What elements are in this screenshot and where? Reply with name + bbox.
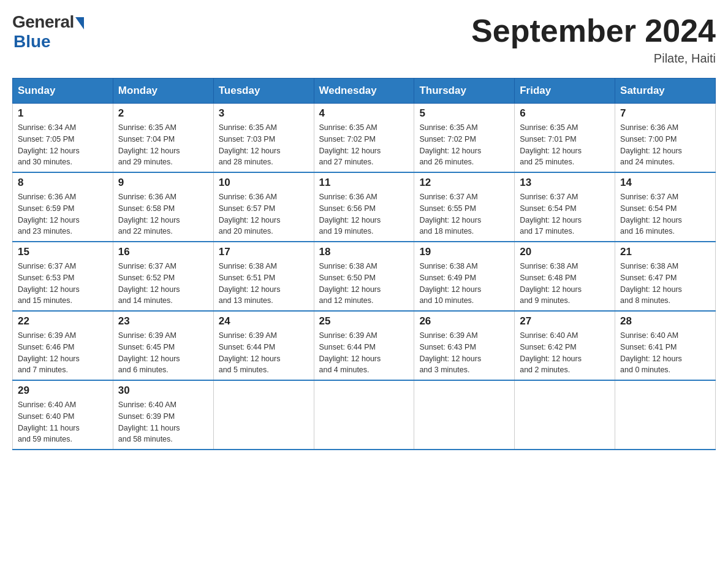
page-header: General Blue September 2024 Pilate, Hait… (12, 12, 716, 66)
day-info: Sunrise: 6:40 AMSunset: 6:42 PMDaylight:… (520, 330, 610, 376)
day-number: 15 (18, 246, 108, 258)
day-info: Sunrise: 6:39 AMSunset: 6:44 PMDaylight:… (319, 330, 409, 376)
day-number: 18 (319, 246, 409, 258)
empty-cell (414, 380, 515, 450)
calendar-day-cell: 6Sunrise: 6:35 AMSunset: 7:01 PMDaylight… (515, 104, 615, 173)
calendar-day-cell: 29Sunrise: 6:40 AMSunset: 6:40 PMDayligh… (13, 380, 113, 450)
weekday-header-sunday: Sunday (13, 79, 113, 104)
calendar-day-cell: 3Sunrise: 6:35 AMSunset: 7:03 PMDaylight… (213, 104, 314, 173)
day-number: 1 (18, 107, 108, 120)
location-text: Pilate, Haiti (471, 52, 716, 66)
day-info: Sunrise: 6:35 AMSunset: 7:04 PMDaylight:… (118, 122, 208, 168)
day-number: 7 (620, 107, 710, 120)
calendar-week-row: 8Sunrise: 6:36 AMSunset: 6:59 PMDaylight… (13, 172, 716, 242)
weekday-header-thursday: Thursday (414, 79, 515, 104)
calendar-day-cell: 24Sunrise: 6:39 AMSunset: 6:44 PMDayligh… (213, 311, 314, 380)
calendar-day-cell: 22Sunrise: 6:39 AMSunset: 6:46 PMDayligh… (13, 311, 113, 380)
day-info: Sunrise: 6:38 AMSunset: 6:51 PMDaylight:… (219, 261, 309, 307)
day-info: Sunrise: 6:38 AMSunset: 6:49 PMDaylight:… (419, 261, 509, 307)
day-number: 30 (118, 385, 208, 397)
logo-arrow-icon (75, 17, 84, 29)
empty-cell (314, 380, 414, 450)
day-number: 13 (520, 177, 610, 189)
calendar-day-cell: 11Sunrise: 6:36 AMSunset: 6:56 PMDayligh… (314, 172, 414, 242)
day-number: 8 (18, 177, 108, 189)
day-number: 17 (219, 246, 309, 258)
day-info: Sunrise: 6:40 AMSunset: 6:41 PMDaylight:… (620, 330, 710, 376)
day-info: Sunrise: 6:40 AMSunset: 6:40 PMDaylight:… (18, 399, 108, 445)
weekday-header-wednesday: Wednesday (314, 79, 414, 104)
empty-cell (615, 380, 716, 450)
calendar-day-cell: 13Sunrise: 6:37 AMSunset: 6:54 PMDayligh… (515, 172, 615, 242)
day-number: 25 (319, 315, 409, 327)
calendar-table: SundayMondayTuesdayWednesdayThursdayFrid… (12, 78, 716, 450)
calendar-day-cell: 8Sunrise: 6:36 AMSunset: 6:59 PMDaylight… (13, 172, 113, 242)
calendar-day-cell: 1Sunrise: 6:34 AMSunset: 7:05 PMDaylight… (13, 104, 113, 173)
day-number: 2 (118, 107, 208, 120)
day-info: Sunrise: 6:35 AMSunset: 7:01 PMDaylight:… (520, 122, 610, 168)
day-number: 19 (419, 246, 509, 258)
day-number: 5 (419, 107, 509, 120)
day-info: Sunrise: 6:36 AMSunset: 6:56 PMDaylight:… (319, 191, 409, 237)
day-number: 3 (219, 107, 309, 120)
day-number: 11 (319, 177, 409, 189)
calendar-header-row: SundayMondayTuesdayWednesdayThursdayFrid… (13, 79, 716, 104)
day-info: Sunrise: 6:38 AMSunset: 6:48 PMDaylight:… (520, 261, 610, 307)
day-info: Sunrise: 6:37 AMSunset: 6:54 PMDaylight:… (620, 191, 710, 237)
empty-cell (515, 380, 615, 450)
calendar-day-cell: 9Sunrise: 6:36 AMSunset: 6:58 PMDaylight… (113, 172, 213, 242)
day-info: Sunrise: 6:35 AMSunset: 7:02 PMDaylight:… (419, 122, 509, 168)
weekday-header-saturday: Saturday (615, 79, 716, 104)
day-info: Sunrise: 6:36 AMSunset: 6:57 PMDaylight:… (219, 191, 309, 237)
day-number: 24 (219, 315, 309, 327)
day-info: Sunrise: 6:39 AMSunset: 6:45 PMDaylight:… (118, 330, 208, 376)
calendar-day-cell: 26Sunrise: 6:39 AMSunset: 6:43 PMDayligh… (414, 311, 515, 380)
day-info: Sunrise: 6:34 AMSunset: 7:05 PMDaylight:… (18, 122, 108, 168)
calendar-day-cell: 2Sunrise: 6:35 AMSunset: 7:04 PMDaylight… (113, 104, 213, 173)
day-info: Sunrise: 6:35 AMSunset: 7:03 PMDaylight:… (219, 122, 309, 168)
logo: General Blue (12, 12, 84, 52)
day-number: 27 (520, 315, 610, 327)
day-number: 16 (118, 246, 208, 258)
day-number: 29 (18, 385, 108, 397)
day-info: Sunrise: 6:37 AMSunset: 6:52 PMDaylight:… (118, 261, 208, 307)
calendar-day-cell: 15Sunrise: 6:37 AMSunset: 6:53 PMDayligh… (13, 242, 113, 311)
calendar-day-cell: 12Sunrise: 6:37 AMSunset: 6:55 PMDayligh… (414, 172, 515, 242)
weekday-header-friday: Friday (515, 79, 615, 104)
day-info: Sunrise: 6:39 AMSunset: 6:46 PMDaylight:… (18, 330, 108, 376)
calendar-day-cell: 17Sunrise: 6:38 AMSunset: 6:51 PMDayligh… (213, 242, 314, 311)
day-info: Sunrise: 6:37 AMSunset: 6:54 PMDaylight:… (520, 191, 610, 237)
day-number: 14 (620, 177, 710, 189)
title-section: September 2024 Pilate, Haiti (471, 12, 716, 66)
day-info: Sunrise: 6:36 AMSunset: 6:59 PMDaylight:… (18, 191, 108, 237)
calendar-day-cell: 14Sunrise: 6:37 AMSunset: 6:54 PMDayligh… (615, 172, 716, 242)
day-number: 12 (419, 177, 509, 189)
day-number: 23 (118, 315, 208, 327)
calendar-day-cell: 5Sunrise: 6:35 AMSunset: 7:02 PMDaylight… (414, 104, 515, 173)
day-info: Sunrise: 6:39 AMSunset: 6:43 PMDaylight:… (419, 330, 509, 376)
day-info: Sunrise: 6:36 AMSunset: 6:58 PMDaylight:… (118, 191, 208, 237)
day-info: Sunrise: 6:38 AMSunset: 6:47 PMDaylight:… (620, 261, 710, 307)
empty-cell (213, 380, 314, 450)
day-number: 20 (520, 246, 610, 258)
day-number: 21 (620, 246, 710, 258)
day-number: 4 (319, 107, 409, 120)
calendar-day-cell: 16Sunrise: 6:37 AMSunset: 6:52 PMDayligh… (113, 242, 213, 311)
calendar-day-cell: 7Sunrise: 6:36 AMSunset: 7:00 PMDaylight… (615, 104, 716, 173)
calendar-day-cell: 27Sunrise: 6:40 AMSunset: 6:42 PMDayligh… (515, 311, 615, 380)
logo-blue-text: Blue (13, 32, 51, 52)
day-number: 28 (620, 315, 710, 327)
day-number: 6 (520, 107, 610, 120)
calendar-day-cell: 18Sunrise: 6:38 AMSunset: 6:50 PMDayligh… (314, 242, 414, 311)
calendar-week-row: 29Sunrise: 6:40 AMSunset: 6:40 PMDayligh… (13, 380, 716, 450)
calendar-day-cell: 21Sunrise: 6:38 AMSunset: 6:47 PMDayligh… (615, 242, 716, 311)
day-number: 22 (18, 315, 108, 327)
day-number: 26 (419, 315, 509, 327)
day-number: 10 (219, 177, 309, 189)
calendar-day-cell: 23Sunrise: 6:39 AMSunset: 6:45 PMDayligh… (113, 311, 213, 380)
day-info: Sunrise: 6:40 AMSunset: 6:39 PMDaylight:… (118, 399, 208, 445)
day-info: Sunrise: 6:37 AMSunset: 6:53 PMDaylight:… (18, 261, 108, 307)
day-info: Sunrise: 6:36 AMSunset: 7:00 PMDaylight:… (620, 122, 710, 168)
logo-general-text: General (12, 12, 74, 32)
calendar-week-row: 15Sunrise: 6:37 AMSunset: 6:53 PMDayligh… (13, 242, 716, 311)
